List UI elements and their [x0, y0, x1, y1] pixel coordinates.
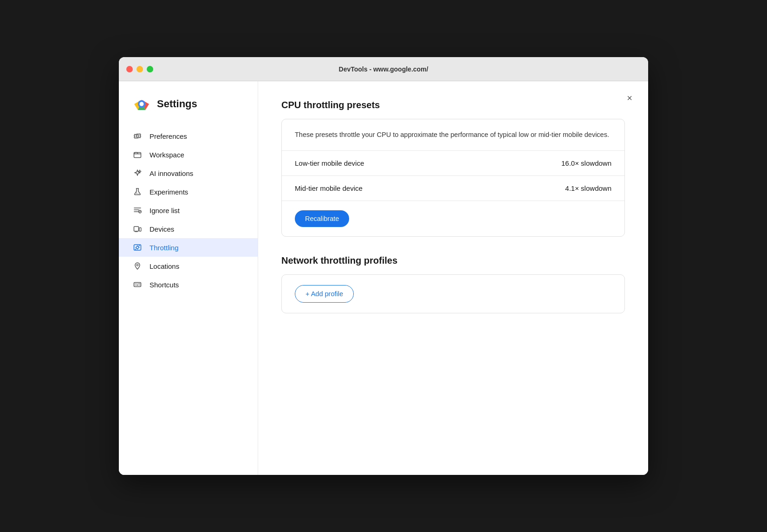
ai-innovations-label: AI innovations	[150, 169, 193, 177]
titlebar: DevTools - www.google.com/	[119, 57, 648, 81]
titlebar-title: DevTools - www.google.com/	[339, 65, 429, 73]
svg-rect-15	[135, 284, 136, 285]
chrome-logo-icon	[133, 95, 150, 113]
ignore-list-icon	[133, 206, 142, 215]
sidebar-header: Settings	[119, 95, 258, 127]
workspace-label: Workspace	[150, 151, 184, 159]
fullscreen-traffic-light[interactable]	[147, 66, 153, 72]
throttling-label: Throttling	[150, 244, 179, 252]
devices-label: Devices	[150, 225, 174, 233]
recalibrate-button[interactable]: Recalibrate	[295, 210, 349, 227]
ignore-list-label: Ignore list	[150, 207, 180, 214]
throttling-icon	[133, 243, 142, 252]
svg-point-4	[140, 102, 144, 106]
svg-point-7	[138, 194, 138, 194]
svg-point-6	[136, 193, 137, 194]
low-tier-preset-row: Low-tier mobile device 16.0× slowdown	[282, 151, 624, 176]
svg-point-13	[136, 264, 138, 266]
minimize-traffic-light[interactable]	[136, 66, 143, 72]
devices-icon	[133, 224, 142, 234]
svg-rect-16	[136, 284, 137, 285]
sidebar-item-ignore-list[interactable]: Ignore list	[119, 201, 258, 220]
network-throttling-card: + Add profile	[281, 274, 625, 313]
cpu-card-description: These presets throttle your CPU to appro…	[282, 119, 624, 151]
content-area: Settings Preferences	[119, 81, 648, 475]
network-section-title: Network throttling profiles	[281, 255, 625, 266]
sidebar-item-shortcuts[interactable]: Shortcuts	[119, 275, 258, 294]
main-panel: × CPU throttling presets These presets t…	[258, 81, 648, 475]
pin-icon	[133, 261, 142, 271]
preferences-label: Preferences	[150, 132, 187, 140]
sidebar-item-locations[interactable]: Locations	[119, 257, 258, 275]
traffic-lights	[126, 66, 153, 72]
devtools-window: DevTools - www.google.com/ Settings	[119, 57, 648, 475]
sidebar-item-preferences[interactable]: Preferences	[119, 127, 258, 145]
close-traffic-light[interactable]	[126, 66, 133, 72]
svg-rect-10	[139, 228, 141, 232]
svg-rect-18	[135, 285, 136, 286]
gear-icon	[133, 131, 142, 141]
add-profile-button[interactable]: + Add profile	[295, 285, 354, 303]
svg-rect-9	[134, 227, 139, 231]
mid-tier-name: Mid-tier mobile device	[295, 184, 363, 192]
svg-point-12	[136, 247, 139, 249]
keyboard-icon	[133, 280, 142, 289]
sidebar: Settings Preferences	[119, 81, 258, 475]
svg-rect-14	[134, 283, 141, 287]
sidebar-item-workspace[interactable]: Workspace	[119, 145, 258, 164]
folder-icon	[133, 150, 142, 159]
svg-rect-21	[139, 285, 140, 286]
close-button[interactable]: ×	[622, 91, 637, 105]
mid-tier-value: 4.1× slowdown	[565, 184, 611, 192]
low-tier-name: Low-tier mobile device	[295, 159, 364, 167]
svg-rect-17	[138, 284, 139, 285]
locations-label: Locations	[150, 262, 179, 270]
mid-tier-preset-row: Mid-tier mobile device 4.1× slowdown	[282, 176, 624, 201]
sidebar-item-ai-innovations[interactable]: AI innovations	[119, 164, 258, 182]
sparkle-icon	[133, 169, 142, 178]
flask-icon	[133, 187, 142, 196]
sidebar-item-experiments[interactable]: Experiments	[119, 182, 258, 201]
low-tier-value: 16.0× slowdown	[561, 159, 611, 167]
cpu-section-title: CPU throttling presets	[281, 100, 625, 110]
shortcuts-label: Shortcuts	[150, 281, 179, 289]
sidebar-item-devices[interactable]: Devices	[119, 220, 258, 238]
svg-rect-19	[136, 285, 139, 286]
sidebar-item-throttling[interactable]: Throttling	[119, 238, 258, 257]
experiments-label: Experiments	[150, 188, 188, 196]
cpu-card-actions: Recalibrate	[282, 201, 624, 236]
cpu-throttling-card: These presets throttle your CPU to appro…	[281, 119, 625, 237]
sidebar-settings-title: Settings	[157, 98, 197, 110]
sidebar-nav: Preferences Workspace	[119, 127, 258, 294]
svg-rect-20	[139, 284, 140, 285]
network-card-content: + Add profile	[282, 275, 624, 313]
